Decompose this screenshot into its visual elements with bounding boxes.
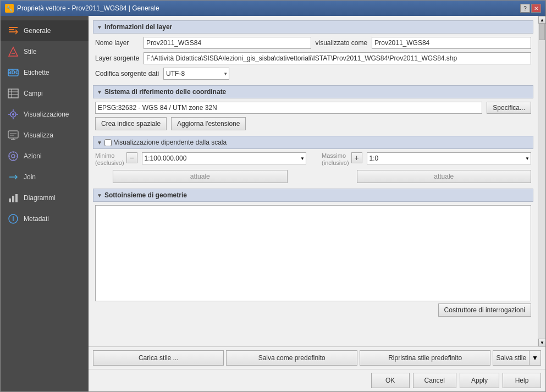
minimo-label: Minimo(esclusivo) [95,152,124,167]
sidebar-item-etichette[interactable]: abc Etichette [1,62,89,83]
svg-point-12 [9,152,18,161]
minus-button[interactable]: − [126,152,137,163]
apply-button[interactable]: Apply [460,373,499,388]
sidebar-label-join: Join [24,173,36,181]
scroll-up-button[interactable]: ▲ [538,16,545,24]
svg-rect-15 [12,196,14,202]
stile-icon [7,46,19,58]
coordinate-arrow[interactable]: ▼ [97,89,102,95]
ok-button[interactable]: OK [371,373,410,388]
help-button[interactable]: Help [503,373,541,388]
sidebar-item-campi[interactable]: Campi [1,83,89,104]
sidebar-item-generale[interactable]: Generale [1,20,89,41]
sidebar-item-diagrammi[interactable]: Diagrammi [1,187,89,208]
attuale-minimo-button[interactable]: attuale [113,170,288,183]
section-informazioni: ▼ Informazioni del layer Nome layer [93,20,533,80]
nome-layer-input[interactable] [144,37,311,49]
svg-rect-9 [8,131,18,138]
plus-button[interactable]: + [351,152,362,163]
visualizzato-come-label: visualizzato come [316,39,368,47]
sidebar-label-azioni: Azioni [24,152,42,160]
close-button[interactable]: ✕ [531,4,541,13]
crs-input[interactable] [95,102,482,114]
main-content: Generale Stile abc Etichette Campi [1,16,545,391]
right-scrollbar: ▲ ▼ [538,16,545,346]
informazioni-arrow[interactable]: ▼ [97,24,102,30]
scrollbar-track[interactable] [538,24,545,339]
sidebar-label-etichette: Etichette [24,69,49,76]
ripristina-button[interactable]: Ripristina stile predefinito [360,350,490,366]
query-area[interactable] [95,205,531,301]
codifica-row: Codifica sorgente dati UTF-8 ▼ [93,68,533,80]
sidebar-label-visualizza: Visualizza [24,131,53,139]
svg-rect-16 [15,194,18,202]
sidebar-item-visualizzazione[interactable]: Visualizzazione [1,104,89,125]
campi-icon [7,87,19,100]
minimo-select[interactable]: 1:100.000.000 [142,152,306,164]
salva-predefinito-button[interactable]: Salva come predefinito [226,350,357,366]
generale-icon [7,25,19,37]
azioni-icon [7,150,19,162]
attuale-massimo-button[interactable]: attuale [357,170,532,183]
costruttore-button[interactable]: Costruttore di interrogazioni [438,303,531,317]
scrollbar-thumb[interactable] [539,24,545,40]
visualizzato-come-input[interactable] [372,37,531,49]
scala-checkbox-label[interactable]: Visualizzazione dipendente dalla scala [104,139,227,146]
diagrammi-icon [7,192,19,204]
nome-right: visualizzato come [316,37,532,49]
sidebar-label-metadati: Metadati [24,215,49,223]
section-scala: ▼ Visualizzazione dipendente dalla scala… [93,136,533,183]
scala-checkbox[interactable] [104,139,112,146]
svg-rect-3 [8,89,18,98]
scroll-down-button[interactable]: ▼ [538,339,545,346]
massimo-group: Massimo(inclusivo) + [322,152,362,167]
specifica-button[interactable]: Specifica... [487,102,531,114]
sidebar-label-campi: Campi [24,90,43,97]
salva-stile-dropdown[interactable]: ▼ [529,350,541,366]
cancel-button[interactable]: Cancel [413,373,456,388]
crs-row: Specifica... [93,102,533,114]
etichette-icon: abc [7,67,19,79]
layer-sorgente-input[interactable] [144,52,531,64]
scala-row: Minimo(esclusivo) − 1:100.000.000 ▼ [95,152,531,167]
visualizzazione-icon [7,108,19,120]
scala-header: ▼ Visualizzazione dipendente dalla scala [93,136,533,149]
sidebar-label-generale: Generale [24,27,51,35]
massimo-select[interactable]: 1:0 [367,152,531,164]
carica-stile-button[interactable]: Carica stile ... [93,350,224,366]
salva-stile-button[interactable]: Salva stile [493,350,529,366]
attuale-row: attuale attuale [95,169,531,183]
sidebar-item-metadati[interactable]: i Metadati [1,208,89,229]
nome-layer-row: Nome layer visualizzato come [93,37,533,49]
section-coordinate: ▼ Sistema di riferimento delle coordinat… [93,85,533,130]
scala-controls: Minimo(esclusivo) − 1:100.000.000 ▼ [93,152,533,183]
content-with-scroll: ▼ Informazioni del layer Nome layer [89,16,545,346]
crea-indice-button[interactable]: Crea indice spaziale [95,117,167,130]
sidebar-item-stile[interactable]: Stile [1,41,89,62]
title-bar-controls: ? ✕ [520,4,541,13]
coordinate-header: ▼ Sistema di riferimento delle coordinat… [93,85,533,98]
sidebar-item-azioni[interactable]: Azioni [1,146,89,167]
help-title-btn[interactable]: ? [520,4,530,13]
scala-arrow[interactable]: ▼ [97,140,102,146]
window-title: Proprietà vettore - Prov2011_WGS84 | Gen… [17,4,159,12]
coordinate-buttons-row: Crea indice spaziale Aggiorna l'estensio… [93,117,533,130]
bottom-bar: Carica stile ... Salva come predefinito … [89,346,545,391]
scala-label-text: Visualizzazione dipendente dalla scala [114,139,227,146]
svg-point-8 [12,113,14,115]
informazioni-title: Informazioni del layer [104,23,172,31]
svg-rect-14 [9,198,11,202]
sottoinsieme-arrow[interactable]: ▼ [97,192,102,198]
title-bar: 🔧 Proprietà vettore - Prov2011_WGS84 | G… [1,1,545,16]
nome-layer-label: Nome layer [95,39,139,47]
main-window: 🔧 Proprietà vettore - Prov2011_WGS84 | G… [0,0,546,392]
sidebar-item-join[interactable]: Join [1,167,89,187]
sidebar-label-diagrammi: Diagrammi [24,194,56,202]
minimo-group: Minimo(esclusivo) − [95,152,137,167]
section-sottoinsieme: ▼ Sottoinsieme di geometrie Costruttore … [93,189,533,319]
svg-point-13 [12,154,15,158]
codifica-select[interactable]: UTF-8 [163,68,229,80]
aggiorna-button[interactable]: Aggiorna l'estensione [171,117,246,130]
join-icon [7,171,19,183]
sidebar-item-visualizza[interactable]: Visualizza [1,125,89,146]
